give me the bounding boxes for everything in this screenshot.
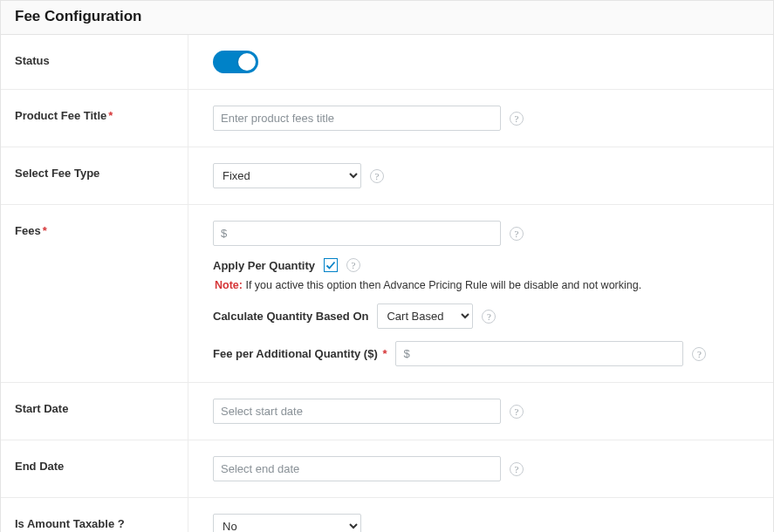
label-text: Product Fee Title (15, 109, 106, 122)
select-fee-type-dropdown[interactable]: Fixed (213, 163, 361, 188)
label-text: Fees (15, 224, 41, 237)
apply-per-quantity-label: Apply Per Quantity (213, 259, 315, 272)
row-end-date: End Date ? (1, 440, 773, 498)
help-icon[interactable]: ? (510, 462, 524, 476)
help-icon[interactable]: ? (692, 347, 706, 361)
calculate-quantity-label: Calculate Quantity Based On (213, 310, 368, 323)
help-icon[interactable]: ? (482, 310, 496, 324)
help-icon[interactable]: ? (346, 258, 360, 272)
start-date-input[interactable] (213, 399, 501, 424)
fees-label: Fees * (1, 205, 188, 382)
calculate-quantity-dropdown[interactable]: Cart Based (377, 304, 473, 329)
start-date-label: Start Date (1, 383, 188, 440)
required-marker: * (108, 109, 113, 122)
fee-per-additional-input[interactable] (395, 341, 683, 366)
label-text: Fee per Additional Quantity ($) (213, 347, 378, 360)
is-amount-taxable-dropdown[interactable]: No (213, 514, 361, 532)
end-date-label: End Date (1, 440, 188, 497)
row-fees: Fees * ? Apply Per Quantity ? Note: If y… (1, 205, 773, 383)
is-amount-taxable-label: Is Amount Taxable ? (1, 498, 188, 532)
panel-title: Fee Configuration (1, 1, 773, 35)
toggle-knob (238, 53, 256, 71)
row-select-fee-type: Select Fee Type Fixed ? (1, 147, 773, 205)
fee-per-additional-label: Fee per Additional Quantity ($) * (213, 347, 387, 360)
row-product-fee-title: Product Fee Title * ? (1, 90, 773, 147)
note-prefix: Note: (215, 279, 243, 291)
fee-configuration-panel: Fee Configuration Status Product Fee Tit… (0, 0, 774, 532)
row-start-date: Start Date ? (1, 383, 773, 440)
required-marker: * (382, 347, 387, 360)
checkmark-icon (325, 260, 336, 270)
apply-per-quantity-checkbox[interactable] (324, 258, 338, 272)
status-label: Status (1, 35, 188, 89)
help-icon[interactable]: ? (510, 227, 524, 241)
help-icon[interactable]: ? (510, 405, 524, 419)
row-status: Status (1, 35, 773, 90)
help-icon[interactable]: ? (510, 112, 524, 126)
end-date-input[interactable] (213, 456, 501, 481)
select-fee-type-label: Select Fee Type (1, 147, 188, 204)
status-toggle[interactable] (213, 51, 258, 73)
product-fee-title-input[interactable] (213, 106, 501, 131)
fees-input[interactable] (213, 221, 501, 246)
product-fee-title-label: Product Fee Title * (1, 90, 188, 147)
apply-per-quantity-note: Note: If you active this option then Adv… (215, 279, 752, 291)
note-text: If you active this option then Advance P… (243, 279, 641, 291)
help-icon[interactable]: ? (370, 169, 384, 183)
row-is-amount-taxable: Is Amount Taxable ? No (1, 498, 773, 532)
required-marker: * (43, 224, 47, 237)
